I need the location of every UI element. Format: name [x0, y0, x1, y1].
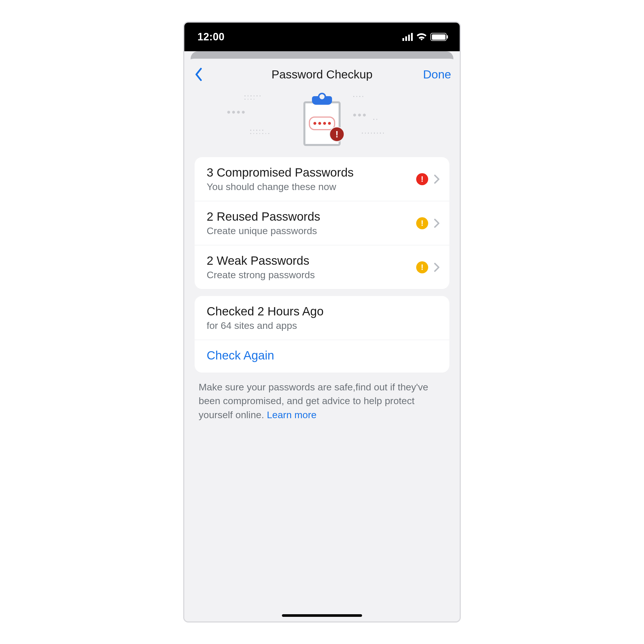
- chevron-right-icon: [434, 174, 440, 184]
- page-title: Password Checkup: [184, 68, 460, 81]
- phone-frame: 12:00 Password Checkup Done: [183, 21, 461, 623]
- chevron-right-icon: [434, 262, 440, 272]
- row-subtitle: Create strong passwords: [207, 269, 410, 280]
- status-time: 12:00: [197, 31, 225, 43]
- clipboard-icon: !: [303, 94, 341, 146]
- modal-sheet: Password Checkup Done !: [184, 59, 460, 621]
- warning-icon: !: [416, 261, 428, 273]
- signal-icon: [402, 33, 413, 41]
- chevron-right-icon: [434, 218, 440, 228]
- back-button[interactable]: [193, 66, 204, 83]
- check-status-card: Checked 2 Hours Ago for 64 sites and app…: [195, 296, 449, 373]
- status-title: Checked 2 Hours Ago: [207, 305, 440, 318]
- learn-more-link[interactable]: Learn more: [267, 409, 317, 420]
- issues-list: 3 Compromised Passwords You should chang…: [195, 157, 449, 289]
- status-icons: [402, 33, 447, 41]
- home-indicator[interactable]: [282, 614, 362, 617]
- battery-icon: [430, 33, 447, 41]
- weak-passwords-row[interactable]: 2 Weak Passwords Create strong passwords…: [195, 245, 449, 289]
- footer-text: Make sure your passwords are safe,find o…: [199, 380, 445, 422]
- chevron-left-icon: [195, 68, 203, 81]
- done-button[interactable]: Done: [423, 68, 451, 81]
- reused-passwords-row[interactable]: 2 Reused Passwords Create unique passwor…: [195, 201, 449, 245]
- check-again-button[interactable]: Check Again: [195, 340, 449, 373]
- alert-badge-icon: !: [329, 127, 345, 142]
- wifi-icon: [417, 33, 426, 41]
- alert-icon: !: [416, 173, 428, 185]
- last-checked: Checked 2 Hours Ago for 64 sites and app…: [195, 296, 449, 340]
- row-title: 3 Compromised Passwords: [207, 166, 410, 179]
- warning-icon: !: [416, 217, 428, 229]
- status-bar: 12:00: [184, 23, 460, 51]
- nav-header: Password Checkup Done: [184, 59, 460, 90]
- compromised-passwords-row[interactable]: 3 Compromised Passwords You should chang…: [195, 157, 449, 201]
- hero-illustration: !: [184, 90, 460, 150]
- row-subtitle: You should change these now: [207, 181, 410, 192]
- check-again-label: Check Again: [207, 349, 274, 362]
- row-title: 2 Reused Passwords: [207, 210, 410, 224]
- row-subtitle: Create unique passwords: [207, 225, 410, 236]
- row-title: 2 Weak Passwords: [207, 254, 410, 268]
- status-subtitle: for 64 sites and apps: [207, 320, 440, 331]
